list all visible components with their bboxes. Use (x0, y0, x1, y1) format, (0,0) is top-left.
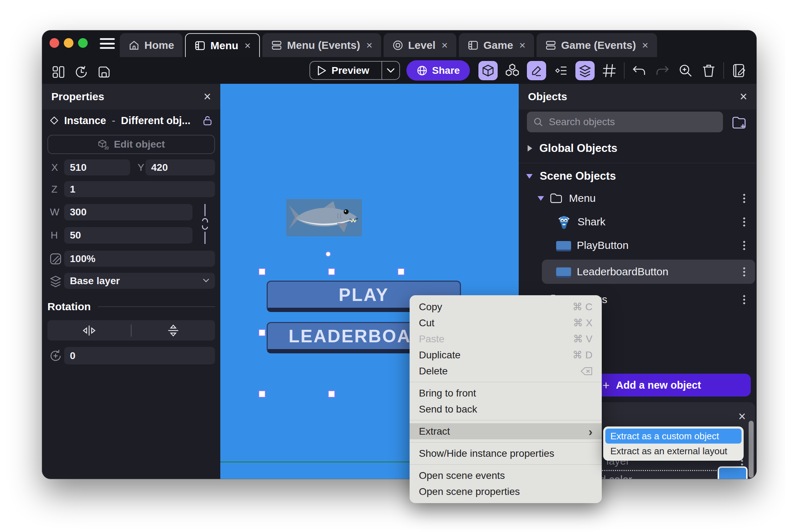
menu-item-open-scene-properties[interactable]: Open scene properties (410, 484, 602, 500)
menu-item-label: Delete (419, 365, 448, 377)
events-sheet-icon (271, 40, 282, 51)
edit-mode-toggle[interactable] (527, 61, 546, 80)
shortcut-label: ⌘ X (573, 317, 592, 329)
rotate-handle[interactable] (325, 251, 331, 257)
tab-bar: Home Menu × Menu (Events) × Level × Game… (120, 33, 657, 57)
h-field[interactable] (64, 227, 193, 244)
z-field[interactable] (64, 181, 215, 197)
y-field[interactable] (145, 159, 215, 175)
folder-row-menu[interactable]: Menu (519, 188, 756, 208)
traffic-light-zoom[interactable] (78, 38, 88, 48)
tab-menu[interactable]: Menu × (185, 33, 260, 57)
selection-handle[interactable] (397, 268, 405, 275)
object-row-leaderboardbutton[interactable]: LeaderboardButton (519, 262, 756, 282)
row-kebab-icon[interactable] (743, 241, 745, 250)
tab-close-icon[interactable]: × (519, 39, 525, 51)
divider (519, 163, 756, 163)
menu-item-copy[interactable]: Copy ⌘ C (410, 299, 602, 315)
global-objects-header[interactable]: Global Objects (528, 142, 617, 155)
tab-game[interactable]: Game × (459, 33, 534, 57)
search-box[interactable] (527, 112, 723, 132)
preview-dropdown-button[interactable] (382, 68, 399, 73)
shark-object[interactable] (286, 199, 362, 236)
tab-menu-events[interactable]: Menu (Events) × (262, 33, 381, 57)
object-row-shark[interactable]: Shark (519, 212, 756, 232)
scene-properties-button[interactable] (730, 61, 747, 80)
folder-icon (550, 193, 563, 204)
link-dimensions-icon[interactable] (199, 204, 211, 244)
instances-list-button[interactable] (552, 61, 569, 80)
menu-divider (410, 442, 602, 443)
zoom-button[interactable] (677, 61, 694, 80)
row-kebab-icon[interactable] (743, 194, 745, 203)
menu-item-delete[interactable]: Delete (410, 363, 602, 379)
selection-handle[interactable] (328, 268, 335, 275)
tab-game-events[interactable]: Game (Events) × (537, 33, 657, 57)
traffic-light-close[interactable] (50, 38, 59, 48)
w-field[interactable] (64, 204, 193, 220)
preview-button[interactable]: Preview (309, 61, 400, 80)
add-new-object-button[interactable]: + Add a new object (595, 374, 751, 397)
objects-header: Objects × (519, 84, 756, 109)
hamburger-menu-icon[interactable] (100, 38, 115, 49)
object-groups-button[interactable] (504, 61, 521, 80)
x-field[interactable] (64, 159, 130, 175)
history-icon (73, 64, 89, 80)
menu-item-show-hide-instance-properties[interactable]: Show/Hide instance properties (410, 445, 602, 461)
menu-item-duplicate[interactable]: Duplicate ⌘ D (410, 347, 602, 363)
delete-button[interactable] (700, 61, 717, 80)
close-icon[interactable]: × (740, 90, 747, 103)
selection-handle[interactable] (258, 268, 266, 275)
shark-sprite (286, 199, 362, 236)
search-input[interactable] (549, 116, 717, 128)
grid-button[interactable] (601, 61, 618, 80)
menu-item-paste[interactable]: Paste ⌘ V (410, 331, 602, 347)
selection-handle[interactable] (258, 390, 266, 398)
scrollbar-thumb[interactable] (749, 421, 754, 478)
rotation-field[interactable] (64, 347, 215, 364)
unlock-icon[interactable] (202, 115, 212, 126)
tab-close-icon[interactable]: × (442, 39, 448, 51)
layout-panels-button[interactable] (50, 62, 67, 82)
undo-button[interactable] (631, 61, 648, 80)
flip-toolbar (47, 320, 215, 341)
history-button[interactable] (73, 62, 90, 82)
tab-close-icon[interactable]: × (642, 39, 648, 51)
tab-level[interactable]: Level × (384, 33, 456, 57)
submenu-item-extract-custom-object[interactable]: Extract as a custom object (605, 429, 742, 444)
extract-submenu: Extract as a custom object Extract as an… (603, 426, 744, 461)
flip-horizontal-button[interactable] (47, 320, 131, 341)
layers-panel-toggle[interactable] (575, 61, 595, 80)
flip-vertical-button[interactable] (132, 320, 215, 341)
caret-down-icon[interactable] (538, 196, 544, 201)
close-icon[interactable]: × (204, 90, 211, 103)
tab-home[interactable]: Home (120, 33, 183, 57)
row-kebab-icon[interactable] (743, 218, 745, 226)
menu-item-open-scene-events[interactable]: Open scene events (410, 467, 602, 484)
submenu-item-extract-external-layout[interactable]: Extract as an external layout (605, 444, 742, 459)
save-button[interactable] (96, 62, 113, 82)
menu-item-bring-to-front[interactable]: Bring to front (410, 385, 602, 401)
tab-close-icon[interactable]: × (245, 40, 251, 52)
traffic-light-minimize[interactable] (64, 38, 73, 48)
menu-item-cut[interactable]: Cut ⌘ X (410, 315, 602, 331)
background-color-swatch[interactable] (718, 466, 748, 479)
menu-item-send-to-back[interactable]: Send to back (410, 401, 602, 417)
menu-item-extract[interactable]: Extract › (410, 423, 602, 439)
layer-select[interactable] (64, 273, 215, 289)
objects-panel-toggle[interactable] (478, 61, 498, 80)
object-row-playbutton[interactable]: PlayButton (519, 235, 756, 255)
row-kebab-icon[interactable] (743, 295, 745, 304)
edit-object-button[interactable]: 2D Edit object (47, 135, 215, 154)
add-folder-icon[interactable] (731, 115, 747, 130)
share-button[interactable]: Share (406, 60, 470, 81)
row-kebab-icon[interactable] (743, 267, 745, 276)
redo-button[interactable] (654, 61, 671, 80)
events-sheet-icon (545, 40, 556, 51)
tab-close-icon[interactable]: × (366, 39, 373, 51)
selection-handle[interactable] (328, 390, 335, 398)
selection-handle[interactable] (258, 329, 266, 336)
scene-objects-header[interactable]: Scene Objects (526, 170, 616, 183)
opacity-field[interactable] (64, 251, 215, 267)
close-icon[interactable]: × (738, 410, 746, 423)
